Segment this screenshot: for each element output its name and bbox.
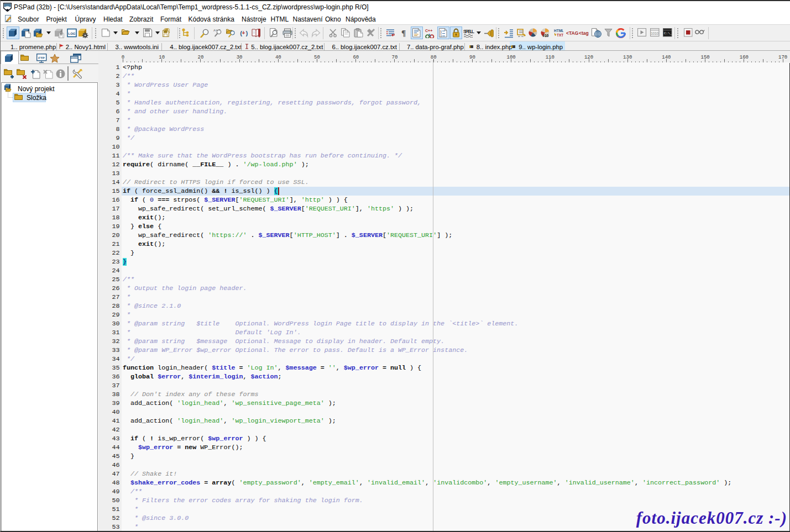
svg-text:3: 3 <box>440 35 442 38</box>
svg-text:C++: C++ <box>425 29 432 33</box>
svg-text:FTP: FTP <box>38 56 44 60</box>
svg-text:<TAG: <TAG <box>566 30 578 36</box>
svg-text:<tag: <tag <box>579 30 589 36</box>
svg-text:SPELL: SPELL <box>463 29 475 34</box>
svg-text:HTML: HTML <box>554 29 563 33</box>
svg-text:LOG: LOG <box>69 32 76 35</box>
svg-text:+: + <box>242 30 245 36</box>
svg-text:TXT: TXT <box>557 33 563 37</box>
svg-text:A: A <box>213 29 216 32</box>
svg-text:#10: #10 <box>543 34 549 38</box>
svg-text:): ) <box>245 30 248 37</box>
svg-text:C:\_: C:\_ <box>664 31 672 35</box>
svg-text:¶: ¶ <box>401 29 406 38</box>
svg-text:1010: 1010 <box>651 31 659 35</box>
